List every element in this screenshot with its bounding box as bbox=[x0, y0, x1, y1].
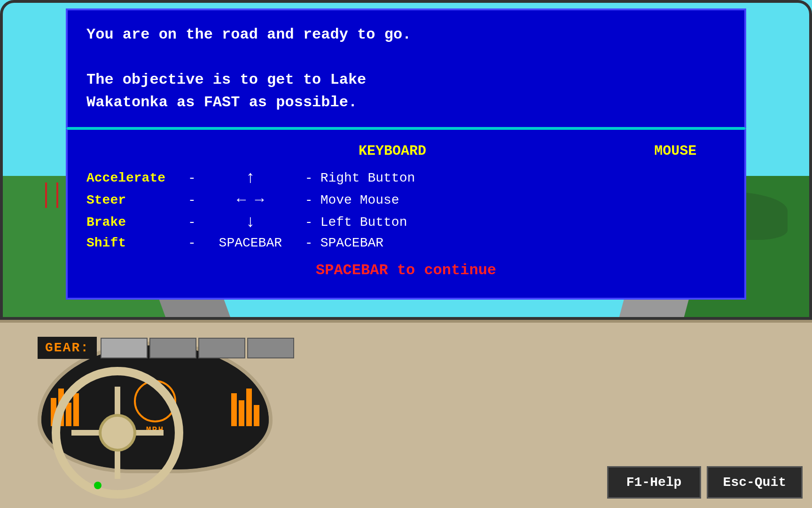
action-brake: Brake bbox=[86, 215, 180, 230]
key-accelerate: ↑ bbox=[203, 168, 297, 188]
control-row-accelerate: Accelerate - ↑ - Right Button bbox=[86, 168, 726, 188]
green-indicator bbox=[94, 482, 102, 489]
control-row-steer: Steer - ← → - Move Mouse bbox=[86, 191, 726, 209]
rbar-4 bbox=[254, 405, 259, 426]
dashboard: MPH GEAR: bbox=[0, 320, 812, 508]
dialog-container: You are on the road and ready to go. The… bbox=[66, 8, 746, 300]
gear-slot-1 bbox=[101, 338, 148, 358]
gear-slot-2 bbox=[149, 338, 196, 358]
dash-b1: - bbox=[188, 215, 196, 230]
action-accelerate: Accelerate bbox=[86, 171, 180, 185]
f1-help-button[interactable]: F1-Help bbox=[607, 466, 701, 499]
mouse-shift: SPACEBAR bbox=[320, 236, 726, 250]
dialog-top: You are on the road and ready to go. The… bbox=[66, 8, 746, 128]
bottom-buttons: F1-Help Esc-Quit bbox=[607, 466, 803, 499]
dialog-line3: Wakatonka as FAST as possible. bbox=[86, 91, 726, 114]
controls-header: KEYBOARD MOUSE bbox=[86, 143, 726, 159]
controls-list: Accelerate - ↑ - Right Button Steer - ← … bbox=[86, 168, 726, 250]
rbar-3 bbox=[246, 389, 252, 426]
esc-quit-button[interactable]: Esc-Quit bbox=[707, 466, 803, 499]
gear-label: GEAR: bbox=[38, 337, 97, 359]
dash-b2: - bbox=[305, 215, 313, 230]
mouse-label: MOUSE bbox=[654, 143, 696, 159]
mouse-steer: Move Mouse bbox=[320, 193, 726, 207]
gear-slot-4 bbox=[247, 338, 294, 358]
continue-text: SPACEBAR to continue bbox=[316, 262, 496, 279]
spacebar-continue[interactable]: SPACEBAR to continue bbox=[86, 262, 726, 279]
right-bars bbox=[231, 389, 259, 426]
dash-a1: - bbox=[188, 171, 196, 185]
key-shift: SPACEBAR bbox=[203, 236, 297, 250]
gear-slots bbox=[101, 338, 294, 358]
dash-sh1: - bbox=[188, 236, 196, 250]
dash-sh2: - bbox=[305, 236, 313, 250]
wheel-outer bbox=[52, 367, 183, 499]
dashboard-inner: MPH GEAR: bbox=[0, 323, 812, 508]
dialog-bottom: KEYBOARD MOUSE Accelerate - ↑ - Right Bu… bbox=[66, 128, 746, 300]
gear-display: GEAR: bbox=[38, 337, 294, 359]
key-brake: ↓ bbox=[203, 213, 297, 232]
control-row-shift: Shift - SPACEBAR - SPACEBAR bbox=[86, 236, 726, 250]
gear-slot-3 bbox=[198, 338, 245, 358]
dash-s2: - bbox=[305, 193, 313, 207]
rbar-2 bbox=[239, 400, 244, 426]
dash-a2: - bbox=[305, 171, 313, 185]
dash-s1: - bbox=[188, 193, 196, 207]
action-shift: Shift bbox=[86, 236, 180, 250]
dialog-top-text: You are on the road and ready to go. The… bbox=[86, 24, 726, 114]
dialog-line1: You are on the road and ready to go. bbox=[86, 24, 726, 46]
wheel-hub bbox=[99, 414, 136, 452]
mouse-brake: Left Button bbox=[320, 215, 726, 230]
action-steer: Steer bbox=[86, 193, 180, 207]
rbar-1 bbox=[231, 393, 237, 426]
control-row-brake: Brake - ↓ - Left Button bbox=[86, 213, 726, 232]
keyboard-label: KEYBOARD bbox=[341, 143, 444, 159]
dialog-line2: The objective is to get to Lake bbox=[86, 69, 726, 91]
key-steer: ← → bbox=[203, 191, 297, 209]
steering-wheel bbox=[52, 367, 183, 499]
mouse-accelerate: Right Button bbox=[320, 171, 726, 185]
